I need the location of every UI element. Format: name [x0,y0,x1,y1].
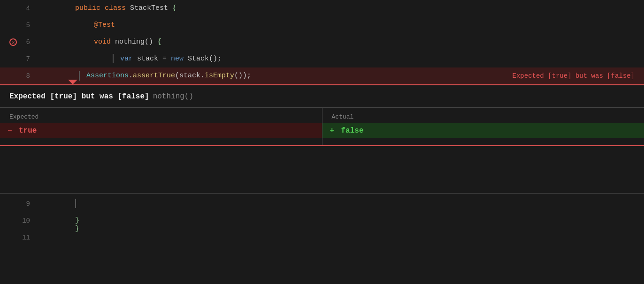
token: assertTrue [133,67,175,84]
line-number-8: 8 [21,72,30,80]
token: stack [179,67,200,84]
diff-section: Expected − true Actual + false [0,108,644,145]
line-number-10: 10 [21,217,30,224]
gutter-7: 7 [0,55,38,63]
gutter-6: ✕ 6 [0,38,38,46]
line-number-7: 7 [21,55,30,63]
token: (); [209,55,222,63]
actual-sign: + [330,127,337,135]
line-number-9: 9 [21,200,30,208]
code-line-11: 11 [0,229,644,246]
error-method: nothing() [153,92,193,101]
expected-row: − true [0,123,322,138]
line-number-5: 5 [21,22,30,29]
token: Assertions [86,67,129,84]
expected-pane: Expected − true [0,108,322,145]
token: stack [137,55,162,63]
line-number-11: 11 [21,234,30,241]
error-annotation-8: Expected [true] but was [false] [513,67,644,84]
code-editor-top: 4 public class StackTest { 5 @Test ✕ 6 v… [0,0,644,84]
gutter-8: 8 [0,72,38,80]
token: new [171,55,188,63]
token: . [200,67,205,84]
actual-pane: Actual + false [322,108,644,145]
error-panel: Expected [true] but was [false] nothing(… [0,84,644,146]
error-title: Expected [true] but was [false] [9,92,149,101]
expected-label: Expected [0,112,322,123]
token: isEmpty [205,67,234,84]
code-editor-bottom: 9 } 10 } 11 [0,194,644,246]
line-content-8: Assertions.assertTrue(stack.isEmpty()); … [38,67,644,84]
actual-row: + false [322,123,644,138]
expected-value: true [19,127,37,135]
code-line-8: 8 Assertions.assertTrue(stack.isEmpty())… [0,67,644,84]
error-triangle [68,80,77,84]
token: ()); [234,67,251,84]
token: ( [175,67,179,84]
code-line-10: 10 } [0,212,644,229]
gutter-5: 5 [0,22,38,29]
ide-window: 4 public class StackTest { 5 @Test ✕ 6 v… [0,0,644,246]
gutter-11: 11 [0,234,38,241]
error-icon-6: ✕ [9,38,17,46]
gutter-10: 10 [0,217,38,224]
expected-sign: − [8,127,15,135]
token: Stack [188,55,209,63]
gutter-9: 9 [0,200,38,208]
actual-label: Actual [322,112,644,123]
line-number-6: 6 [21,38,30,46]
token: . [129,67,133,84]
actual-value: false [341,127,364,135]
gutter-4: 4 [0,5,38,12]
code-line-7: 7 var stack = new Stack(); [0,51,644,67]
line-number-4: 4 [21,5,30,12]
token: = [162,55,171,63]
error-header: Expected [true] but was [false] nothing(… [0,85,644,108]
token: var [120,55,137,63]
